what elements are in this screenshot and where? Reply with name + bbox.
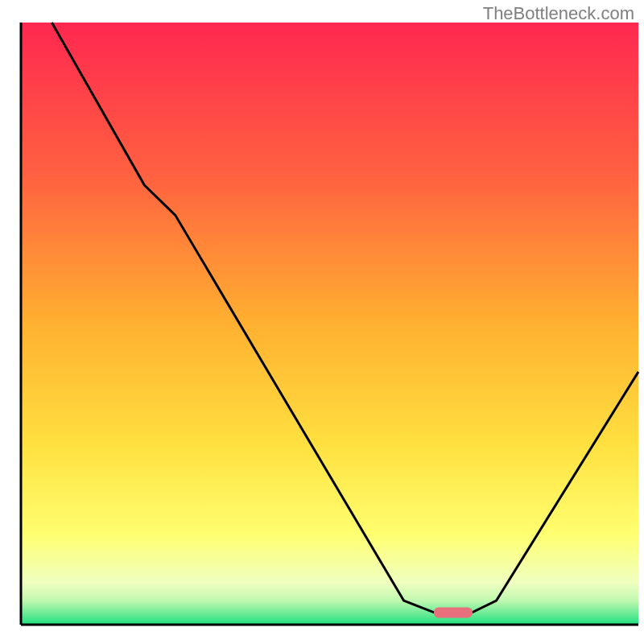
bottleneck-chart: TheBottleneck.com	[0, 0, 644, 644]
plot-background	[21, 23, 638, 625]
optimal-marker	[434, 608, 473, 618]
chart-svg	[0, 0, 644, 644]
attribution-label: TheBottleneck.com	[483, 3, 634, 24]
